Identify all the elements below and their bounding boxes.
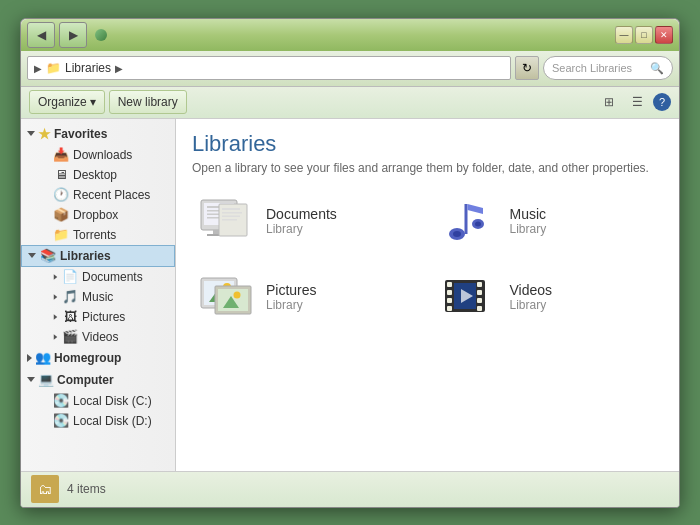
library-item-pictures[interactable]: Pictures Library [192,267,420,327]
documents-type: Library [266,222,337,236]
dropbox-label: Dropbox [73,208,118,222]
path-label: Libraries [65,61,111,75]
page-subtitle: Open a library to see your files and arr… [192,161,663,175]
svg-rect-10 [222,212,242,214]
main-area: ★ Favorites 📥 Downloads 🖥 Desktop 🕐 Rece… [21,119,679,471]
music-type: Library [510,222,547,236]
documents-svg-icon [199,198,253,244]
svg-rect-31 [447,298,452,303]
forward-button[interactable]: ▶ [59,22,87,48]
homegroup-label: Homegroup [54,351,121,365]
sidebar-item-dropbox[interactable]: 📦 Dropbox [21,205,175,225]
svg-rect-29 [447,282,452,287]
close-button[interactable]: ✕ [655,26,673,44]
pictures-text: Pictures Library [266,282,317,312]
back-button[interactable]: ◀ [27,22,55,48]
lib-music-label: Music [82,290,113,304]
sidebar: ★ Favorites 📥 Downloads 🖥 Desktop 🕐 Rece… [21,119,176,471]
favorites-expand-icon [27,131,35,136]
svg-rect-33 [477,282,482,287]
maximize-button[interactable]: □ [635,26,653,44]
homegroup-section[interactable]: 👥 Homegroup [21,347,175,369]
documents-large-icon [198,197,254,245]
status-bar: 🗂 4 items [21,471,679,507]
lib-music-expand-icon [54,294,58,300]
sidebar-item-torrents[interactable]: 📁 Torrents [21,225,175,245]
videos-large-icon [442,273,498,321]
library-item-music[interactable]: Music Library [436,191,664,251]
favorites-section[interactable]: ★ Favorites [21,123,175,145]
lib-documents-expand-icon [54,274,58,280]
dropbox-icon: 📦 [53,207,69,223]
lib-documents-label: Documents [82,270,143,284]
help-button[interactable]: ? [653,93,671,111]
organize-label: Organize [38,95,87,109]
svg-rect-34 [477,290,482,295]
music-text: Music Library [510,206,547,236]
sidebar-item-lib-pictures[interactable]: 🖼 Pictures [21,307,175,327]
search-box[interactable]: Search Libraries 🔍 [543,56,673,80]
lib-videos-expand-icon [54,334,58,340]
svg-rect-15 [464,204,467,234]
view-toggle-button[interactable]: ⊞ [597,91,621,113]
lib-pictures-expand-icon [54,314,58,320]
new-library-button[interactable]: New library [109,90,187,114]
search-placeholder: Search Libraries [552,62,646,74]
svg-marker-16 [467,204,483,214]
svg-rect-32 [447,306,452,311]
library-grid: Documents Library [176,181,679,471]
svg-rect-36 [477,306,482,311]
toolbar-right: ⊞ ☰ ? [597,91,671,113]
downloads-label: Downloads [73,148,132,162]
local-disk-d-label: Local Disk (D:) [73,414,152,428]
sidebar-item-local-disk-d[interactable]: 💽 Local Disk (D:) [21,411,175,431]
sidebar-item-recent-places[interactable]: 🕐 Recent Places [21,185,175,205]
refresh-button[interactable]: ↻ [515,56,539,80]
pictures-name: Pictures [266,282,317,298]
local-disk-c-icon: 💽 [53,393,69,409]
downloads-icon: 📥 [53,147,69,163]
title-bar: ◀ ▶ — □ ✕ [21,19,679,51]
videos-name: Videos [510,282,553,298]
sidebar-item-lib-music[interactable]: 🎵 Music [21,287,175,307]
minimize-button[interactable]: — [615,26,633,44]
libraries-section[interactable]: 📚 Libraries [21,245,175,267]
torrents-icon: 📁 [53,227,69,243]
search-icon: 🔍 [650,62,664,75]
documents-text: Documents Library [266,206,337,236]
window-icon [95,29,107,41]
address-bar: ▶ 📁 Libraries ▶ ↻ Search Libraries 🔍 [21,51,679,87]
svg-point-27 [234,291,241,298]
sidebar-item-lib-documents[interactable]: 📄 Documents [21,267,175,287]
page-title: Libraries [192,131,663,157]
desktop-label: Desktop [73,168,117,182]
computer-section[interactable]: 💻 Computer [21,369,175,391]
computer-expand-icon [27,377,35,382]
sidebar-item-downloads[interactable]: 📥 Downloads [21,145,175,165]
sidebar-item-lib-videos[interactable]: 🎬 Videos [21,327,175,347]
details-view-button[interactable]: ☰ [625,91,649,113]
svg-rect-11 [222,215,240,217]
svg-rect-9 [222,208,240,210]
pictures-type: Library [266,298,317,312]
window-controls: — □ ✕ [615,26,673,44]
library-item-documents[interactable]: Documents Library [192,191,420,251]
sidebar-item-local-disk-c[interactable]: 💽 Local Disk (C:) [21,391,175,411]
toolbar: Organize ▾ New library ⊞ ☰ ? [21,87,679,119]
lib-documents-icon: 📄 [62,269,78,285]
computer-icon: 💻 [38,372,54,388]
homegroup-icon: 👥 [35,350,51,366]
desktop-icon: 🖥 [53,167,69,183]
music-name: Music [510,206,547,222]
path-arrow2: ▶ [115,63,123,74]
lib-pictures-icon: 🖼 [62,309,78,325]
documents-name: Documents [266,206,337,222]
torrents-label: Torrents [73,228,116,242]
videos-type: Library [510,298,553,312]
sidebar-item-desktop[interactable]: 🖥 Desktop [21,165,175,185]
address-path[interactable]: ▶ 📁 Libraries ▶ [27,56,511,80]
lib-music-icon: 🎵 [62,289,78,305]
svg-point-18 [475,221,481,226]
library-item-videos[interactable]: Videos Library [436,267,664,327]
organize-button[interactable]: Organize ▾ [29,90,105,114]
